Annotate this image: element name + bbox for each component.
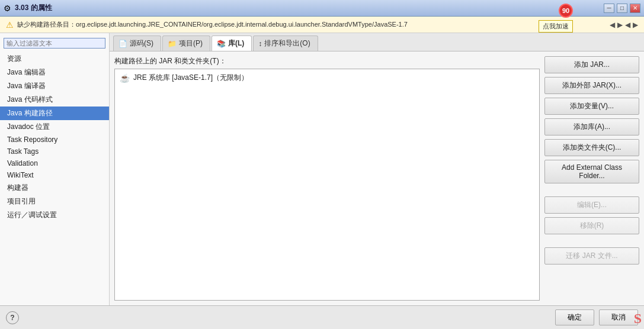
- sources-tab-icon: 📄: [118, 40, 127, 48]
- tab-sources[interactable]: 📄 源码(S): [113, 36, 161, 51]
- sidebar-item-task-tags[interactable]: Task Tags: [0, 146, 109, 157]
- sidebar-search-input[interactable]: [4, 38, 105, 49]
- titlebar-left: ⚙ 3.03 的属性: [4, 3, 52, 13]
- sidebar-item-task-repository[interactable]: Task Repository: [0, 134, 109, 146]
- tab-libraries-label: 库(L): [228, 38, 244, 49]
- order-export-tab-icon: ↕: [258, 40, 262, 48]
- add-class-folder-button[interactable]: 添加类文件夹(C)...: [544, 139, 639, 156]
- badge-area: 90 点我加速: [526, 0, 573, 21]
- minimize-button[interactable]: ─: [604, 4, 614, 13]
- add-jar-button[interactable]: 添加 JAR...: [544, 56, 639, 73]
- sidebar-item-java-compiler[interactable]: Java 编译器: [0, 79, 109, 93]
- warning-icon: ⚠: [6, 20, 14, 30]
- titlebar-controls: ─ □ ✕: [604, 4, 640, 13]
- libraries-tab-icon: 📚: [217, 40, 226, 48]
- jar-list[interactable]: ☕ JRE 系统库 [JavaSE-1.7]（无限制）: [114, 69, 540, 301]
- maximize-button[interactable]: □: [617, 4, 627, 13]
- add-variable-button[interactable]: 添加变量(V)...: [544, 98, 639, 115]
- jre-icon: ☕: [120, 73, 130, 83]
- nav-forward2-icon[interactable]: ▶: [633, 21, 638, 29]
- add-external-jar-button[interactable]: 添加外部 JAR(X)...: [544, 77, 639, 94]
- badge-tooltip: 点我加速: [539, 20, 573, 33]
- sidebar-item-java-build-path[interactable]: Java 构建路径: [0, 107, 109, 120]
- confirm-button[interactable]: 确定: [555, 309, 594, 325]
- nav-back-icon[interactable]: ◀: [610, 21, 615, 29]
- jre-item-label: JRE 系统库 [JavaSE-1.7]（无限制）: [133, 73, 248, 83]
- notification-badge[interactable]: 90: [559, 4, 573, 18]
- sidebar-item-project-references[interactable]: 项目引用: [0, 195, 109, 208]
- projects-tab-icon: 📁: [168, 40, 177, 48]
- watermark: S: [634, 311, 642, 327]
- bottom-left: ?: [6, 311, 19, 324]
- add-library-button[interactable]: 添加库(A)...: [544, 118, 639, 136]
- main-layout: ⚠ 缺少构建路径条目：org.eclipse.jdt.launching.JRE…: [0, 17, 644, 329]
- tab-projects-label: 项目(P): [179, 38, 203, 49]
- tabs-bar: 📄 源码(S) 📁 项目(P) 📚 库(L) ↕ 排序和导出(O): [110, 33, 644, 51]
- tab-libraries[interactable]: 📚 库(L): [212, 36, 252, 51]
- edit-button[interactable]: 编辑(E)...: [544, 196, 639, 214]
- add-external-class-folder-button[interactable]: Add External Class Folder...: [544, 160, 639, 183]
- remove-button[interactable]: 移除(R): [544, 217, 639, 234]
- panel-content: 构建路径上的 JAR 和类文件夹(T)： ☕ JRE 系统库 [JavaSE-1…: [110, 51, 644, 305]
- sidebar-item-builders[interactable]: 构建器: [0, 181, 109, 195]
- tab-order-export[interactable]: ↕ 排序和导出(O): [253, 36, 318, 51]
- nav-forward-icon[interactable]: ▶: [617, 21, 623, 29]
- close-button[interactable]: ✕: [630, 4, 640, 13]
- sidebar-item-javadoc-location[interactable]: Javadoc 位置: [0, 120, 109, 134]
- sidebar-item-validation[interactable]: Validation: [0, 157, 109, 169]
- sidebar-item-wikitext[interactable]: WikiText: [0, 169, 109, 181]
- tab-order-export-label: 排序和导出(O): [264, 38, 310, 49]
- jar-area: 构建路径上的 JAR 和类文件夹(T)： ☕ JRE 系统库 [JavaSE-1…: [114, 56, 540, 301]
- help-button[interactable]: ?: [6, 311, 19, 324]
- cancel-button[interactable]: 取消: [599, 309, 638, 325]
- tab-sources-label: 源码(S): [130, 38, 153, 49]
- main-panel: 📄 源码(S) 📁 项目(P) 📚 库(L) ↕ 排序和导出(O): [110, 33, 644, 305]
- tab-projects[interactable]: 📁 项目(P): [162, 36, 210, 51]
- app-icon: ⚙: [4, 4, 11, 13]
- sidebar-item-run-debug-settings[interactable]: 运行／调试设置: [0, 208, 109, 222]
- sidebar-item-java-editor[interactable]: Java 编辑器: [0, 66, 109, 79]
- jar-area-label: 构建路径上的 JAR 和类文件夹(T)：: [114, 56, 540, 66]
- warning-text: 缺少构建路径条目：org.eclipse.jdt.launching.JRE_C…: [17, 20, 408, 29]
- titlebar-title: 3.03 的属性: [15, 3, 52, 13]
- bottom-right: 确定 取消: [555, 309, 638, 325]
- sidebar-item-resources[interactable]: 资源: [0, 52, 109, 66]
- nav-back2-icon[interactable]: ◀: [625, 21, 630, 29]
- buttons-panel: 添加 JAR... 添加外部 JAR(X)... 添加变量(V)... 添加库(…: [544, 56, 639, 301]
- jar-item-jre[interactable]: ☕ JRE 系统库 [JavaSE-1.7]（无限制）: [117, 72, 537, 84]
- content-area: 资源 Java 编辑器 Java 编译器 Java 代码样式 Java 构建路径…: [0, 33, 644, 305]
- sidebar-item-java-code-style[interactable]: Java 代码样式: [0, 93, 109, 107]
- migrate-jar-button[interactable]: 迁移 JAR 文件...: [544, 247, 639, 265]
- bottom-bar: ? 确定 取消: [0, 305, 644, 329]
- sidebar: 资源 Java 编辑器 Java 编译器 Java 代码样式 Java 构建路径…: [0, 33, 110, 305]
